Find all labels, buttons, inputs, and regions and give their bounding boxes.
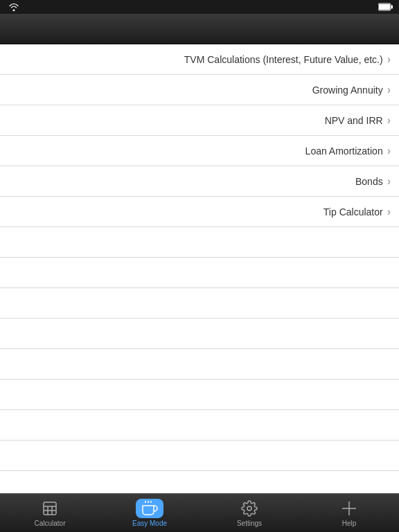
settings-icon xyxy=(240,499,259,518)
list-item-label-tip-calculator: Tip Calculator xyxy=(11,206,383,218)
list-item-label-tvm: TVM Calculations (Interest, Future Value… xyxy=(11,54,383,65)
list-item-npv-irr[interactable]: NPV and IRR› xyxy=(0,105,399,136)
battery-icon xyxy=(378,3,393,11)
list-item-loan-amortization[interactable]: Loan Amortization› xyxy=(0,136,399,166)
chevron-icon: › xyxy=(387,145,391,157)
list-item-growing-annuity[interactable]: Growing Annuity› xyxy=(0,75,399,105)
empty-row xyxy=(0,471,399,493)
list-item-tvm[interactable]: TVM Calculations (Interest, Future Value… xyxy=(0,44,399,75)
tab-settings[interactable]: Settings xyxy=(200,494,299,532)
main-content: TVM Calculations (Interest, Future Value… xyxy=(0,44,399,493)
empty-row xyxy=(0,288,399,319)
chevron-icon: › xyxy=(387,175,391,188)
tab-help[interactable]: Help xyxy=(299,494,399,532)
tab-easy-mode[interactable]: Easy Mode xyxy=(100,494,200,532)
svg-point-11 xyxy=(247,506,251,511)
tab-label-help: Help xyxy=(342,520,357,527)
chevron-icon: › xyxy=(387,53,391,66)
empty-row xyxy=(0,441,399,471)
empty-row xyxy=(0,227,399,258)
empty-row xyxy=(0,380,399,410)
empty-row xyxy=(0,410,399,441)
nav-bar xyxy=(0,14,399,44)
tab-label-easy-mode: Easy Mode xyxy=(132,520,167,527)
easy-mode-icon xyxy=(136,499,163,518)
tab-label-settings: Settings xyxy=(237,520,262,527)
tab-bar: Calculator Easy Mode Settings Help xyxy=(0,493,399,532)
list-item-label-npv-irr: NPV and IRR xyxy=(11,115,383,126)
wifi-icon xyxy=(9,3,19,11)
status-right xyxy=(375,3,393,11)
empty-row xyxy=(0,319,399,349)
list-item-label-bonds: Bonds xyxy=(11,176,383,187)
tab-label-calculator: Calculator xyxy=(34,520,65,527)
chevron-icon: › xyxy=(387,114,391,127)
chevron-icon: › xyxy=(387,84,391,96)
empty-row xyxy=(0,258,399,288)
list-item-label-growing-annuity: Growing Annuity xyxy=(11,85,383,96)
svg-rect-2 xyxy=(391,6,393,9)
empty-row xyxy=(0,349,399,380)
status-bar xyxy=(0,0,399,14)
list-item-label-loan-amortization: Loan Amortization xyxy=(11,145,383,157)
svg-rect-3 xyxy=(44,502,56,515)
list-container: TVM Calculations (Interest, Future Value… xyxy=(0,44,399,493)
help-icon xyxy=(339,499,359,518)
status-left xyxy=(6,3,19,11)
calculator-icon xyxy=(40,499,60,518)
tab-calculator[interactable]: Calculator xyxy=(0,494,100,532)
chevron-icon: › xyxy=(387,206,391,218)
list-item-bonds[interactable]: Bonds› xyxy=(0,166,399,197)
list-item-tip-calculator[interactable]: Tip Calculator› xyxy=(0,197,399,227)
svg-rect-1 xyxy=(379,4,390,10)
